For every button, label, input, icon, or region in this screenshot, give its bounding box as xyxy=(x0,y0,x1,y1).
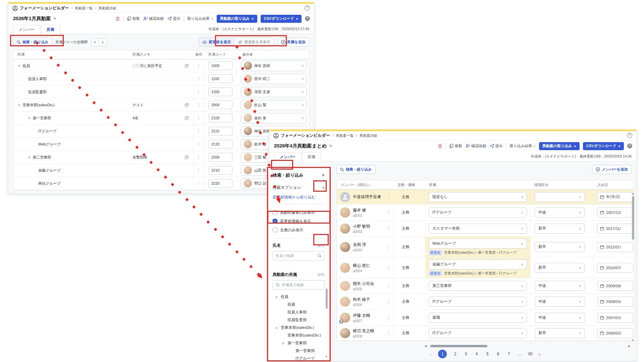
checkbox[interactable] xyxy=(273,228,277,232)
tree-item[interactable]: 役員人事部 xyxy=(273,308,325,316)
duplicate-button[interactable]: 複製 xyxy=(449,143,462,148)
row-menu-icon[interactable]: ⋮ xyxy=(387,331,391,336)
department-code-input[interactable]: 2120 xyxy=(208,140,232,148)
hire-type-dropdown[interactable]: 中途∨ xyxy=(535,207,585,218)
page-number[interactable]: 6 xyxy=(496,352,500,356)
department-code-input[interactable]: 2110 xyxy=(208,127,232,135)
search-filter-button[interactable]: 検索・絞り込み xyxy=(13,38,52,47)
department-dropdown[interactable]: Webグループ∨ xyxy=(429,239,527,249)
row-menu-icon[interactable]: ⋮ xyxy=(193,112,204,124)
hide-before-button[interactable]: 変更前を非表示 xyxy=(234,38,273,46)
hire-type-dropdown[interactable]: 新卒∨ xyxy=(535,224,585,234)
help-icon[interactable]: ? xyxy=(627,133,632,138)
hire-type-dropdown[interactable]: 新卒∨ xyxy=(535,263,585,273)
submit-button[interactable]: 提出 xyxy=(167,16,180,21)
add-department-button[interactable]: 所属を追加 xyxy=(277,38,309,47)
department-dropdown[interactable]: ITグループ∨ xyxy=(429,297,527,307)
dept-clear-link[interactable]: 解除 xyxy=(318,273,325,277)
tree-caret-icon[interactable]: ∨ xyxy=(282,342,284,345)
memo-link-icon[interactable] xyxy=(185,116,189,120)
delete-icon[interactable] xyxy=(438,143,442,148)
hire-date-input[interactable]: 2017/11/ xyxy=(597,224,633,234)
manager-dropdown[interactable]: 金杉 泰 ∨ xyxy=(241,113,307,123)
department-dropdown[interactable]: ITグループ∨ xyxy=(429,328,527,338)
page-number[interactable]: 4 xyxy=(474,352,479,356)
memo-link-icon[interactable] xyxy=(185,103,189,107)
row-menu-icon[interactable]: ⋮ xyxy=(193,177,204,190)
checkbox[interactable]: ✓ xyxy=(273,219,277,224)
csv-download-button[interactable]: CSVダウンロード∨ xyxy=(261,15,302,23)
page-number[interactable]: 30 xyxy=(528,352,533,356)
page-number[interactable]: 3 xyxy=(464,352,468,356)
tree-caret-icon[interactable]: ∨ xyxy=(275,326,278,329)
request-confirm-button[interactable]: 確認依頼 xyxy=(466,143,486,148)
request-confirm-button[interactable]: 確認依頼 xyxy=(143,16,164,21)
scroll-down-icon[interactable]: ▼ xyxy=(325,355,328,358)
next-page-icon[interactable]: › xyxy=(539,351,540,357)
page-number[interactable]: … xyxy=(517,352,522,356)
tree-item[interactable]: ∨第一営業部 xyxy=(273,339,325,347)
tree-item[interactable]: 役員 xyxy=(273,301,325,308)
department-dropdown[interactable]: 第三営業部∨ xyxy=(429,281,527,291)
tree-caret-icon[interactable]: ∨ xyxy=(18,64,20,67)
collapse-options-icon[interactable]: ∧ xyxy=(322,186,325,189)
tab-member[interactable]: メンバー xyxy=(13,25,40,34)
tree-collapse-button[interactable]: ∧ xyxy=(99,38,107,46)
help-icon[interactable]: ? xyxy=(627,143,632,148)
submit-button[interactable]: 提出 xyxy=(490,143,503,148)
tree-item[interactable]: ∨役員 xyxy=(273,293,325,301)
name-search-input[interactable]: 氏名で検索 xyxy=(273,251,325,260)
hire-date-input[interactable]: 2010/07/ xyxy=(597,263,633,273)
show-before-button[interactable]: 変更前を表示 xyxy=(199,38,234,46)
hire-date-input[interactable]: 2007/12/ xyxy=(597,207,633,218)
tree-item[interactable]: 第一営業部 xyxy=(273,347,325,355)
prev-page-icon[interactable]: ‹ xyxy=(430,351,432,357)
dept-search-input[interactable]: 所属名で検索 xyxy=(273,280,325,290)
row-menu-icon[interactable]: ⋮ xyxy=(193,99,204,111)
hire-date-input[interactable]: 2007/01/ xyxy=(597,313,633,323)
department-code-input[interactable]: 2220 xyxy=(208,179,232,188)
memo-link-icon[interactable] xyxy=(185,156,189,159)
row-menu-icon[interactable]: ⋮ xyxy=(193,164,204,177)
hire-type-dropdown[interactable]: 新卒∨ xyxy=(535,328,585,338)
department-dropdown[interactable]: 退職∨ xyxy=(429,313,527,323)
memo-link-icon[interactable] xyxy=(185,64,189,68)
page-number[interactable]: 7 xyxy=(506,352,511,356)
tab-department[interactable]: 所属 xyxy=(41,25,60,34)
scroll-down-icon[interactable]: ▼ xyxy=(632,339,634,342)
import-result-button[interactable]: 取り込み結果∨ xyxy=(187,16,213,21)
row-menu-icon[interactable]: ⋮ xyxy=(193,151,204,164)
tree-caret-icon[interactable]: ∨ xyxy=(18,103,20,107)
breadcrumb-plan-list[interactable]: 異動案一覧 xyxy=(336,133,354,138)
row-menu-icon[interactable]: ⋮ xyxy=(387,284,391,288)
tree-item[interactable]: 営業本部(salesDiv.) xyxy=(273,331,325,339)
tree-item[interactable]: ∨営業本部(salesDiv.) xyxy=(273,324,325,331)
add-member-button[interactable]: メンバーを追加 xyxy=(592,165,632,174)
row-menu-icon[interactable]: ⋮ xyxy=(193,59,204,72)
page-number[interactable]: 2 xyxy=(453,352,458,356)
edit-title-icon[interactable]: ✎ xyxy=(53,16,57,21)
hire-type-dropdown[interactable]: ∨ xyxy=(535,192,585,202)
tree-caret-icon[interactable]: ∨ xyxy=(28,116,31,120)
hire-type-dropdown[interactable]: 中途∨ xyxy=(535,313,585,323)
department-code-input[interactable]: 2200 xyxy=(208,153,232,162)
horizontal-scrollbar[interactable] xyxy=(430,345,487,347)
hire-date-input[interactable]: 2011/01/ xyxy=(597,242,633,252)
import-plan-button[interactable]: 異動案の取り込み∨ xyxy=(217,15,257,23)
edit-title-icon[interactable]: ✎ xyxy=(329,144,332,148)
panel-scrollbar[interactable] xyxy=(326,289,328,309)
row-menu-icon[interactable]: ⋮ xyxy=(387,315,391,320)
row-menu-icon[interactable]: ⋮ xyxy=(387,245,391,249)
row-menu-icon[interactable]: ⋮ xyxy=(193,85,204,98)
import-result-button[interactable]: 取り込み結果∨ xyxy=(510,143,536,148)
tab-member[interactable]: メンバー xyxy=(274,152,301,162)
department-code-input[interactable]: 2100 xyxy=(208,114,232,122)
help-icon[interactable]: ? xyxy=(305,5,310,11)
row-menu-icon[interactable]: ⋮ xyxy=(193,138,204,150)
hire-type-dropdown[interactable]: 中途∨ xyxy=(535,281,585,291)
department-dropdown[interactable]: 指定なし∨ xyxy=(429,192,527,202)
tab-department[interactable]: 所属 xyxy=(302,152,321,162)
hire-date-input[interactable]: 2008/03/ xyxy=(597,297,633,307)
hire-type-dropdown[interactable]: 新卒∨ xyxy=(535,242,585,252)
help-icon[interactable]: ? xyxy=(305,16,310,21)
